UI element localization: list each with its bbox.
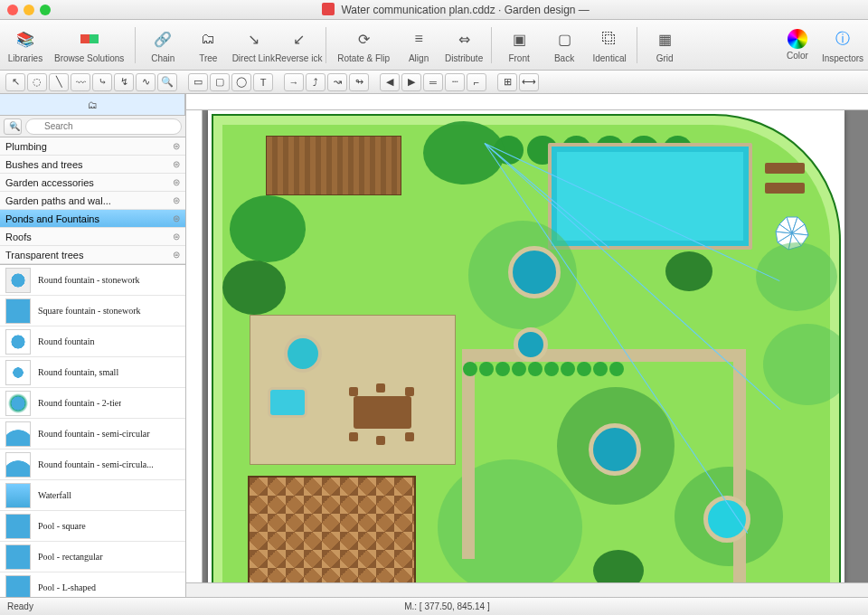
search-tool[interactable]: 🔍: [157, 73, 177, 91]
library-category[interactable]: Roofs⊜: [0, 228, 185, 246]
color-button[interactable]: Color: [778, 29, 817, 61]
disclosure-icon[interactable]: ⊜: [173, 177, 180, 187]
reverse-button[interactable]: ↙ Reverse ick: [278, 26, 318, 63]
browse-solutions-button[interactable]: Browse Solutions: [51, 26, 127, 63]
garden-plan[interactable]: [212, 114, 841, 582]
libraries-button[interactable]: 📚 Libraries: [5, 26, 45, 63]
snap-tool[interactable]: ⊞: [497, 73, 517, 91]
sidebar-search-input[interactable]: [25, 118, 182, 135]
close-window-button[interactable]: [7, 5, 18, 15]
chair[interactable]: [349, 387, 358, 396]
connector-straight-tool[interactable]: →: [284, 73, 304, 91]
disclosure-icon[interactable]: ⊜: [173, 159, 180, 169]
library-category[interactable]: Bushes and trees⊜: [0, 156, 185, 174]
fountain[interactable]: [589, 423, 641, 476]
distribute-button[interactable]: ⇔ Distribute: [444, 26, 484, 63]
drawing-page[interactable]: [208, 110, 844, 582]
tree-transparent[interactable]: [756, 242, 837, 311]
text-tool[interactable]: T: [253, 73, 273, 91]
jacuzzi[interactable]: [268, 387, 307, 418]
arrow-end-tool[interactable]: ▶: [401, 73, 421, 91]
tree[interactable]: [423, 121, 505, 184]
disclosure-icon[interactable]: ⊜: [173, 195, 180, 205]
front-button[interactable]: ▣ Front: [499, 26, 539, 63]
library-category[interactable]: Garden accessories⊜: [0, 174, 185, 192]
ruler-vertical[interactable]: [186, 110, 203, 582]
garden-path[interactable]: [462, 349, 475, 559]
library-shape-item[interactable]: Waterfall: [0, 480, 185, 511]
grid-button[interactable]: ▦ Grid: [645, 26, 684, 63]
library-shape-item[interactable]: Pool - L-shaped: [0, 572, 185, 597]
direct-link-button[interactable]: ↘ Direct Link: [233, 26, 273, 63]
align-button[interactable]: ≡ Align: [399, 26, 439, 63]
horizontal-scrollbar[interactable]: [186, 582, 868, 597]
chair[interactable]: [405, 432, 414, 441]
disclosure-icon[interactable]: ⊜: [173, 250, 180, 260]
house-roof[interactable]: [248, 476, 416, 582]
connector-elbow-tool[interactable]: ⤴: [306, 73, 326, 91]
chain-button[interactable]: 🔗 Chain: [143, 26, 183, 63]
library-category[interactable]: Plumbing⊜: [0, 137, 185, 156]
tree-button[interactable]: 🗂 Tree: [188, 26, 228, 63]
disclosure-icon[interactable]: ⊜: [173, 213, 180, 223]
sidebar-tab-shapes[interactable]: 🗂: [0, 94, 185, 115]
shrub-row[interactable]: [463, 362, 624, 376]
ellipse-tool[interactable]: ◯: [231, 73, 251, 91]
rounded-rect-tool[interactable]: ▢: [210, 73, 230, 91]
tree[interactable]: [230, 195, 306, 262]
curve-tool[interactable]: 〰: [71, 73, 90, 91]
zoom-window-button[interactable]: [40, 5, 51, 15]
library-shape-item[interactable]: Round fountain, small: [0, 357, 185, 388]
arrow-start-tool[interactable]: ◀: [380, 73, 400, 91]
canvas-viewport[interactable]: [203, 110, 868, 582]
line-style-tool[interactable]: ┄: [445, 73, 465, 91]
library-category[interactable]: Transparent trees⊜: [0, 246, 185, 264]
chair[interactable]: [405, 387, 414, 396]
patio-table[interactable]: [354, 396, 411, 429]
library-shape-item[interactable]: Round fountain - semi-circular: [0, 419, 185, 449]
spline-tool[interactable]: ∿: [136, 73, 156, 91]
back-button[interactable]: ▢ Back: [544, 26, 584, 63]
arc-tool[interactable]: ⤷: [92, 73, 112, 91]
library-shape-item[interactable]: Round fountain: [0, 326, 185, 357]
tree[interactable]: [222, 260, 286, 315]
inspectors-button[interactable]: ⓘ Inspectors: [823, 26, 863, 63]
swimming-pool[interactable]: [548, 143, 752, 250]
line-weight-tool[interactable]: ═: [423, 73, 443, 91]
library-category[interactable]: Garden paths and wal...⊜: [0, 192, 185, 210]
library-shape-item[interactable]: Round fountain - 2-tier: [0, 388, 185, 419]
minimize-window-button[interactable]: [24, 5, 34, 15]
fountain[interactable]: [514, 327, 548, 362]
line-join-tool[interactable]: ⌐: [467, 73, 486, 91]
rect-tool[interactable]: ▭: [188, 73, 208, 91]
bush[interactable]: [665, 251, 712, 291]
wooden-deck[interactable]: [266, 136, 401, 195]
chair[interactable]: [376, 436, 385, 445]
lounger[interactable]: [765, 183, 805, 194]
lounger[interactable]: [765, 163, 805, 174]
library-shape-item[interactable]: Round fountain - semi-circula...: [0, 449, 185, 480]
disclosure-icon[interactable]: ⊜: [173, 141, 180, 151]
garden-path[interactable]: [733, 349, 746, 582]
rotate-flip-button[interactable]: ⟳ Rotate & Flip: [334, 26, 393, 63]
round-fountain[interactable]: [284, 335, 322, 373]
disclosure-icon[interactable]: ⊜: [173, 232, 180, 241]
connector-smart-tool[interactable]: ↬: [349, 73, 369, 91]
connector-curve-tool[interactable]: ↝: [327, 73, 347, 91]
chair[interactable]: [349, 432, 358, 441]
lasso-tool[interactable]: ◌: [27, 73, 47, 91]
library-shape-item[interactable]: Square fountain - stonework: [0, 296, 185, 326]
library-shape-item[interactable]: Pool - rectangular: [0, 542, 185, 572]
dimension-tool[interactable]: ⟷: [519, 73, 539, 91]
fountain[interactable]: [508, 246, 561, 298]
ruler-horizontal[interactable]: [186, 94, 868, 110]
chair[interactable]: [376, 383, 385, 393]
library-shape-item[interactable]: Pool - square: [0, 511, 185, 542]
garden-path[interactable]: [462, 349, 744, 362]
identical-button[interactable]: ⿻ Identical: [590, 26, 629, 63]
line-tool[interactable]: ╲: [49, 73, 69, 91]
library-shape-item[interactable]: Round fountain - stonework: [0, 265, 185, 296]
library-category[interactable]: Ponds and Fountains⊜: [0, 210, 185, 228]
pointer-tool[interactable]: ↖: [5, 73, 25, 91]
connector-tool[interactable]: ↯: [114, 73, 134, 91]
